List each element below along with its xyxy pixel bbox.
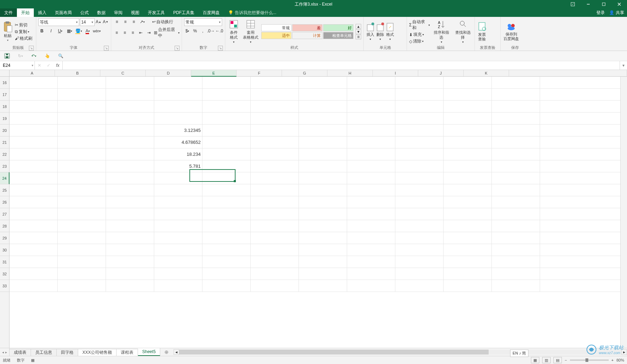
row-header-28[interactable]: 28 [0, 220, 9, 232]
col-header-F[interactable]: F [237, 70, 282, 76]
row-header-24[interactable]: 24 [0, 172, 10, 184]
cell-G19[interactable] [299, 113, 347, 124]
font-launcher[interactable]: ↘ [104, 46, 109, 51]
cell-E22[interactable] [202, 148, 251, 160]
cell-G24[interactable] [299, 172, 347, 184]
increase-indent-icon[interactable]: ⇥ [146, 29, 152, 36]
find-select-button[interactable]: 查找和选择▾ [453, 20, 472, 43]
tab-insert[interactable]: 插入 [34, 8, 51, 17]
fx-button[interactable]: fx [53, 63, 62, 68]
minimize-button[interactable] [581, 0, 596, 8]
cell-J21[interactable] [444, 136, 492, 148]
sheet-tab-2[interactable]: 田字格 [57, 349, 78, 356]
row-header-26[interactable]: 26 [0, 196, 9, 208]
cell-A27[interactable] [10, 208, 58, 220]
cell-F26[interactable] [251, 196, 299, 208]
cell-J32[interactable] [444, 268, 492, 280]
cell-F16[interactable] [251, 77, 299, 88]
cell-I21[interactable] [395, 136, 444, 148]
wrap-text-button[interactable]: ↩自动换行 [152, 19, 173, 25]
cell-I33[interactable] [395, 280, 444, 292]
cell-J29[interactable] [444, 232, 492, 244]
cell-H32[interactable] [347, 268, 395, 280]
sort-filter-button[interactable]: AZ排序和筛选▾ [432, 20, 451, 43]
cell-J18[interactable] [444, 101, 492, 112]
cell-G21[interactable] [299, 136, 347, 148]
tab-page-layout[interactable]: 页面布局 [51, 8, 76, 17]
style-normal[interactable]: 常规 [261, 24, 291, 31]
cell-H21[interactable] [347, 136, 395, 148]
tab-formulas[interactable]: 公式 [76, 8, 93, 17]
cell-B25[interactable] [58, 184, 106, 196]
paste-button[interactable]: 粘贴 ▾ [2, 21, 13, 42]
cell-C26[interactable] [106, 196, 154, 208]
invoice-check-button[interactable]: 发票 查验 [477, 22, 487, 41]
sheet-nav-first[interactable]: ◂ [2, 350, 4, 354]
cell-B17[interactable] [58, 89, 106, 100]
cell-I18[interactable] [395, 101, 444, 112]
row-header-32[interactable]: 32 [0, 268, 9, 280]
cell-K27[interactable] [492, 208, 540, 220]
cell-F32[interactable] [251, 268, 299, 280]
cell-C17[interactable] [106, 89, 154, 100]
cell-D30[interactable] [154, 244, 202, 256]
cell-H28[interactable] [347, 220, 395, 232]
cell-B19[interactable] [58, 113, 106, 124]
number-format-combo[interactable]: 常规▾ [184, 18, 222, 26]
cell-G32[interactable] [299, 268, 347, 280]
cell-K33[interactable] [492, 280, 540, 292]
row-header-20[interactable]: 20 [0, 124, 9, 136]
bold-button[interactable]: B [38, 27, 45, 34]
name-box-dropdown[interactable]: ▾ [31, 64, 35, 67]
cell-E28[interactable] [202, 220, 251, 232]
cell-G25[interactable] [299, 184, 347, 196]
macro-record-icon[interactable]: ▦ [31, 358, 35, 363]
cell-G30[interactable] [299, 244, 347, 256]
row-header-25[interactable]: 25 [0, 184, 9, 196]
cell-A28[interactable] [10, 220, 58, 232]
cell-K26[interactable] [492, 196, 540, 208]
cell-A19[interactable] [10, 113, 58, 124]
row-header-30[interactable]: 30 [0, 244, 9, 256]
cell-K22[interactable] [492, 148, 540, 160]
cell-F27[interactable] [251, 208, 299, 220]
undo-button[interactable]: ↶▾ [30, 52, 37, 59]
cell-J22[interactable] [444, 148, 492, 160]
decrease-font-icon[interactable]: A▼ [102, 18, 109, 25]
cell-I26[interactable] [395, 196, 444, 208]
cell-K29[interactable] [492, 232, 540, 244]
cell-H33[interactable] [347, 280, 395, 292]
style-bad[interactable]: 差 [292, 24, 322, 31]
cell-D16[interactable] [154, 77, 202, 88]
cell-F33[interactable] [251, 280, 299, 292]
cell-F25[interactable] [251, 184, 299, 196]
col-header-J[interactable]: J [418, 70, 464, 76]
cell-K20[interactable] [492, 124, 540, 136]
cell-I22[interactable] [395, 148, 444, 160]
name-box-input[interactable] [0, 63, 31, 68]
orientation-icon[interactable]: ↗▾ [139, 18, 146, 25]
cell-F24[interactable] [251, 172, 299, 184]
cell-E19[interactable] [202, 113, 251, 124]
cell-C27[interactable] [106, 208, 154, 220]
align-left-icon[interactable]: ≡ [113, 29, 120, 36]
col-header-C[interactable]: C [100, 70, 146, 76]
cell-G22[interactable] [299, 148, 347, 160]
cell-E29[interactable] [202, 232, 251, 244]
cell-D21[interactable]: 4.678652 [154, 136, 202, 148]
cell-A18[interactable] [10, 101, 58, 112]
cell-H26[interactable] [347, 196, 395, 208]
styles-scroll-up[interactable]: ▴ [356, 24, 361, 29]
row-header-31[interactable]: 31 [0, 256, 9, 268]
align-middle-icon[interactable]: ≡ [122, 18, 129, 25]
horizontal-scrollbar[interactable] [179, 350, 621, 355]
cell-D20[interactable]: 3.12345 [154, 124, 202, 136]
cell-G33[interactable] [299, 280, 347, 292]
cell-B32[interactable] [58, 268, 106, 280]
cell-D26[interactable] [154, 196, 202, 208]
border-button[interactable]: ▦▾ [66, 27, 73, 34]
cell-H23[interactable] [347, 160, 395, 172]
cell-I31[interactable] [395, 256, 444, 268]
cell-I24[interactable] [395, 172, 444, 184]
cell-K16[interactable] [492, 77, 540, 88]
